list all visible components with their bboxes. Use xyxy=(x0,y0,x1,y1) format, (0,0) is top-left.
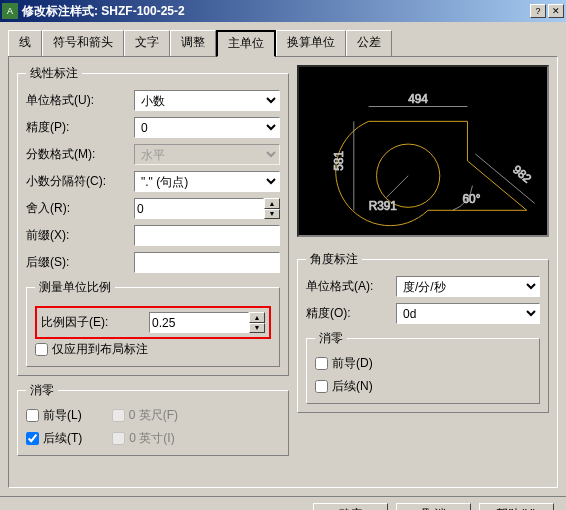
tab-line[interactable]: 线 xyxy=(8,30,42,56)
precision-select[interactable]: 0 xyxy=(134,117,280,138)
angular-legend: 角度标注 xyxy=(306,251,362,268)
svg-line-8 xyxy=(386,176,408,198)
tab-tolerance[interactable]: 公差 xyxy=(346,30,392,56)
tab-symbols[interactable]: 符号和箭头 xyxy=(42,30,124,56)
scale-legend: 测量单位比例 xyxy=(35,279,115,296)
decimal-sep-select[interactable]: "." (句点) xyxy=(134,171,280,192)
factor-label: 比例因子(E): xyxy=(41,314,149,331)
prefix-label: 前缀(X): xyxy=(26,227,134,244)
suffix-input[interactable] xyxy=(134,252,280,273)
svg-text:982: 982 xyxy=(510,162,534,185)
ang-precision-select[interactable]: 0d xyxy=(396,303,540,324)
decimal-sep-label: 小数分隔符(C): xyxy=(26,173,134,190)
suffix-label: 后缀(S): xyxy=(26,254,134,271)
preview-area: 494 581 982 60° R391 xyxy=(297,65,549,237)
round-down[interactable]: ▼ xyxy=(264,209,280,220)
suppress-right-group: 消零 前导(D) 后续(N) xyxy=(306,330,540,404)
ang-precision-label: 精度(O): xyxy=(306,305,396,322)
precision-label: 精度(P): xyxy=(26,119,134,136)
factor-input[interactable] xyxy=(149,312,249,333)
suppress-left-group: 消零 前导(L) 0 英尺(F) 后续(T) 0 英寸(I) xyxy=(17,382,289,456)
svg-text:R391: R391 xyxy=(369,199,398,213)
leading-check[interactable]: 前导(L) xyxy=(26,407,82,424)
window-title: 修改标注样式: SHZF-100-25-2 xyxy=(22,3,528,20)
linear-group: 线性标注 单位格式(U):小数 精度(P):0 分数格式(M):水平 小数分隔符… xyxy=(17,65,289,376)
linear-legend: 线性标注 xyxy=(26,65,82,82)
ok-button[interactable]: 确定 xyxy=(313,503,388,510)
round-label: 舍入(R): xyxy=(26,200,134,217)
tab-primary-units[interactable]: 主单位 xyxy=(216,30,276,57)
angular-group: 角度标注 单位格式(A):度/分/秒 精度(O):0d 消零 前导(D) 后续(… xyxy=(297,251,549,413)
fraction-label: 分数格式(M): xyxy=(26,146,134,163)
cancel-button[interactable]: 取消 xyxy=(396,503,471,510)
scale-group: 测量单位比例 比例因子(E):▲▼ 仅应用到布局标注 xyxy=(26,279,280,367)
layout-only-check[interactable]: 仅应用到布局标注 xyxy=(35,341,271,358)
tab-text[interactable]: 文字 xyxy=(124,30,170,56)
help-button[interactable]: ? xyxy=(530,4,546,18)
feet-check: 0 英尺(F) xyxy=(112,407,178,424)
unit-format-select[interactable]: 小数 xyxy=(134,90,280,111)
round-input[interactable] xyxy=(134,198,264,219)
tab-alt-units[interactable]: 换算单位 xyxy=(276,30,346,56)
ang-trailing-check[interactable]: 后续(N) xyxy=(315,378,531,395)
factor-down[interactable]: ▼ xyxy=(249,323,265,334)
close-button[interactable]: ✕ xyxy=(548,4,564,18)
tab-strip: 线 符号和箭头 文字 调整 主单位 换算单位 公差 xyxy=(8,30,558,56)
trailing-check[interactable]: 后续(T) xyxy=(26,430,82,447)
fraction-select: 水平 xyxy=(134,144,280,165)
prefix-input[interactable] xyxy=(134,225,280,246)
svg-text:60°: 60° xyxy=(463,192,481,206)
ang-format-select[interactable]: 度/分/秒 xyxy=(396,276,540,297)
tab-adjust[interactable]: 调整 xyxy=(170,30,216,56)
suppress-left-legend: 消零 xyxy=(26,382,58,399)
svg-text:494: 494 xyxy=(408,92,428,106)
help-button-bottom[interactable]: 帮助(H) xyxy=(479,503,554,510)
ang-leading-check[interactable]: 前导(D) xyxy=(315,355,531,372)
svg-text:581: 581 xyxy=(332,151,346,171)
inches-check: 0 英寸(I) xyxy=(112,430,174,447)
factor-up[interactable]: ▲ xyxy=(249,312,265,323)
round-up[interactable]: ▲ xyxy=(264,198,280,209)
ang-format-label: 单位格式(A): xyxy=(306,278,396,295)
app-icon: A xyxy=(2,3,18,19)
unit-format-label: 单位格式(U): xyxy=(26,92,134,109)
suppress-right-legend: 消零 xyxy=(315,330,347,347)
